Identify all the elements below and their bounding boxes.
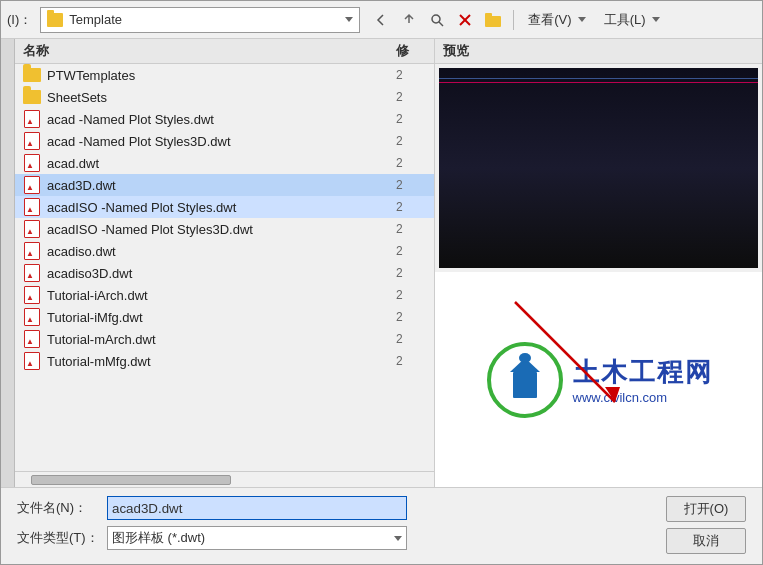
file-item-ptw[interactable]: PTWTemplates 2 [15, 64, 434, 86]
file-item-acad-named3d[interactable]: acad -Named Plot Styles3D.dwt 2 [15, 130, 434, 152]
dialog: (I)： Template [0, 0, 763, 565]
file-item-tutorial-march[interactable]: Tutorial-mArch.dwt 2 [15, 328, 434, 350]
logo-container [485, 340, 565, 420]
action-buttons: 打开(O) 取消 [666, 496, 746, 554]
file-name-sheetsets: SheetSets [47, 90, 396, 105]
toolbar: (I)： Template [1, 1, 762, 39]
file-list-container: PTWTemplates 2 SheetSets 2 [15, 64, 434, 471]
back-icon [374, 13, 388, 27]
file-item-sheetsets[interactable]: SheetSets 2 [15, 86, 434, 108]
delete-icon [458, 13, 472, 27]
dwt-icon-acadiso-named [23, 198, 41, 216]
file-name-acad3d: acad3D.dwt [47, 178, 396, 193]
bottom-area: 文件名(N)： 文件类型(T)： 图形样板 (*.dwt) 打开(O) 取消 [1, 487, 762, 564]
file-name-tutorial-march: Tutorial-mArch.dwt [47, 332, 396, 347]
back-button[interactable] [368, 7, 394, 33]
dwt-icon-tutorial-mmfg [23, 352, 41, 370]
col-modified-header: 修 [396, 42, 426, 60]
file-name-acadiso-named3d: acadISO -Named Plot Styles3D.dwt [47, 222, 396, 237]
up-button[interactable] [396, 7, 422, 33]
file-list-area: 名称 修 PTWTemplates 2 [15, 39, 435, 487]
dwt-icon-tutorial-iarch [23, 286, 41, 304]
folder-icon-sheetsets [23, 88, 41, 106]
svg-point-0 [432, 15, 440, 23]
file-item-tutorial-imfg[interactable]: Tutorial-iMfg.dwt 2 [15, 306, 434, 328]
dwt-icon-acadiso3d [23, 264, 41, 282]
watermark-text: 土木工程网 www.civilcn.com [573, 355, 713, 405]
dwt-icon-acadiso [23, 242, 41, 260]
preview-line-red [439, 82, 758, 83]
watermark-subtitle: www.civilcn.com [573, 390, 713, 405]
file-item-acad3d[interactable]: acad3D.dwt 2 [15, 174, 434, 196]
file-item-acad-named[interactable]: acad -Named Plot Styles.dwt 2 [15, 108, 434, 130]
view-menu-button[interactable]: 查看(V) [521, 7, 592, 33]
col-headers: 名称 修 [15, 39, 434, 64]
file-item-tutorial-mmfg[interactable]: Tutorial-mMfg.dwt 2 [15, 350, 434, 372]
location-value: Template [69, 12, 341, 27]
tools-menu-button[interactable]: 工具(L) [597, 7, 667, 33]
open-button[interactable]: 打开(O) [666, 496, 746, 522]
svg-line-1 [439, 22, 443, 26]
delete-button[interactable] [452, 7, 478, 33]
dwt-icon-acad3d [23, 176, 41, 194]
file-list-scroll[interactable]: PTWTemplates 2 SheetSets 2 [15, 64, 434, 471]
folder-icon [47, 13, 63, 27]
filetype-row: 文件类型(T)： 图形样板 (*.dwt) [17, 526, 648, 550]
tools-menu-label: 工具(L) [604, 11, 646, 29]
watermark-title: 土木工程网 [573, 355, 713, 390]
svg-rect-9 [513, 372, 537, 398]
file-item-acadiso-named3d[interactable]: acadISO -Named Plot Styles3D.dwt 2 [15, 218, 434, 240]
sidebar [1, 39, 15, 487]
toolbar-divider [513, 10, 514, 30]
file-name-tutorial-mmfg: Tutorial-mMfg.dwt [47, 354, 396, 369]
svg-rect-5 [485, 13, 492, 18]
file-item-acad[interactable]: acad.dwt 2 [15, 152, 434, 174]
preview-panel: 预览 [435, 39, 762, 487]
file-name-tutorial-imfg: Tutorial-iMfg.dwt [47, 310, 396, 325]
horizontal-scrollbar[interactable] [15, 471, 434, 487]
dwt-icon-acadiso-named3d [23, 220, 41, 238]
toolbar-nav-buttons [368, 7, 506, 33]
file-name-acadiso3d: acadiso3D.dwt [47, 266, 396, 281]
up-icon [402, 13, 416, 27]
file-item-acadiso-named[interactable]: acadISO -Named Plot Styles.dwt 2 [15, 196, 434, 218]
file-item-acadiso3d[interactable]: acadiso3D.dwt 2 [15, 262, 434, 284]
folder-icon-ptw [23, 66, 41, 84]
preview-line-horizontal [439, 78, 758, 79]
svg-point-11 [519, 353, 531, 363]
dwt-icon-acad-named [23, 110, 41, 128]
filename-label: 文件名(N)： [17, 499, 107, 517]
dropdown-arrow-icon [345, 17, 353, 22]
logo-ring [485, 340, 565, 420]
filetype-value: 图形样板 (*.dwt) [112, 529, 390, 547]
new-folder-button[interactable] [480, 7, 506, 33]
main-content: 名称 修 PTWTemplates 2 [1, 39, 762, 487]
search-button[interactable] [424, 7, 450, 33]
tools-dropdown-icon [652, 17, 660, 22]
dwt-icon-tutorial-march [23, 330, 41, 348]
col-name-header: 名称 [23, 42, 396, 60]
filename-input[interactable] [107, 496, 407, 520]
location-dropdown[interactable]: Template [40, 7, 360, 33]
location-label: (I)： [7, 11, 32, 29]
view-dropdown-icon [578, 17, 586, 22]
preview-header: 预览 [435, 39, 762, 64]
filename-row: 文件名(N)： [17, 496, 648, 520]
watermark-logo: 土木工程网 www.civilcn.com [485, 340, 713, 420]
watermark-area: 土木工程网 www.civilcn.com [435, 272, 762, 487]
cancel-button[interactable]: 取消 [666, 528, 746, 554]
file-name-tutorial-iarch: Tutorial-iArch.dwt [47, 288, 396, 303]
filetype-dropdown[interactable]: 图形样板 (*.dwt) [107, 526, 407, 550]
file-name-acadiso: acadiso.dwt [47, 244, 396, 259]
preview-label: 预览 [443, 42, 469, 60]
preview-canvas [439, 68, 758, 268]
new-folder-icon [485, 13, 501, 27]
file-name-ptw: PTWTemplates [47, 68, 396, 83]
scrollbar-thumb[interactable] [31, 475, 231, 485]
file-name-acad-named3d: acad -Named Plot Styles3D.dwt [47, 134, 396, 149]
file-item-tutorial-iarch[interactable]: Tutorial-iArch.dwt 2 [15, 284, 434, 306]
file-name-acad: acad.dwt [47, 156, 396, 171]
search-icon [430, 13, 444, 27]
filetype-label: 文件类型(T)： [17, 529, 107, 547]
file-item-acadiso[interactable]: acadiso.dwt 2 [15, 240, 434, 262]
